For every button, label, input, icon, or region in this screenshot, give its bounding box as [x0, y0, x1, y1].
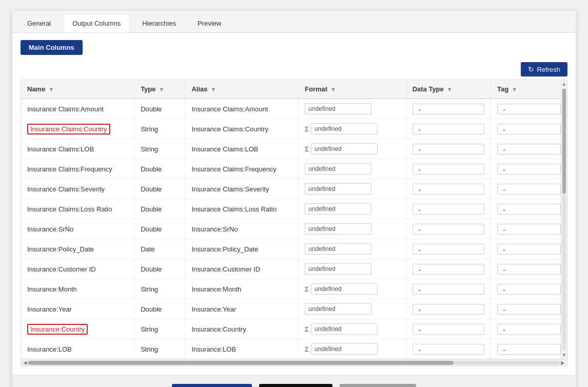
- datatype-select-12[interactable]: ⌄: [413, 344, 484, 355]
- tag-select-0[interactable]: ⌄: [497, 104, 561, 114]
- cell-alias-4: Insurance Claims:Severity: [185, 179, 299, 199]
- cell-name-7: Insurance:Policy_Date: [21, 239, 134, 259]
- datatype-select-11[interactable]: ⌄: [413, 324, 484, 335]
- datatype-select-1[interactable]: ⌄: [413, 124, 484, 134]
- cancel-button[interactable]: CANCEL: [340, 384, 416, 387]
- tag-select-10[interactable]: ⌄: [497, 304, 561, 315]
- format-input-10[interactable]: [305, 303, 371, 315]
- cell-format-6[interactable]: [299, 219, 406, 239]
- tab-preview[interactable]: Preview: [188, 14, 231, 32]
- scroll-down-arrow[interactable]: ▼: [561, 351, 567, 359]
- datatype-select-5[interactable]: ⌄: [413, 204, 484, 215]
- cell-format-0[interactable]: [299, 99, 406, 119]
- format-input-1[interactable]: [311, 123, 378, 134]
- cell-type-9: String: [134, 279, 185, 299]
- table-header: Name ▼ Type ▼: [21, 80, 567, 99]
- type-filter-icon[interactable]: ▼: [159, 86, 165, 92]
- main-columns-button[interactable]: Main Columns: [21, 40, 83, 55]
- format-input-5[interactable]: [305, 203, 371, 215]
- datatype-select-4[interactable]: ⌄: [413, 184, 484, 195]
- scroll-up-arrow[interactable]: ▲: [561, 80, 567, 88]
- table-row: Insurance Claims:AmountDoubleInsurance C…: [21, 99, 567, 119]
- datatype-select-3[interactable]: ⌄: [413, 164, 484, 175]
- format-input-9[interactable]: [311, 283, 378, 295]
- vertical-scrollbar[interactable]: ▲ ▼: [561, 80, 567, 359]
- cell-type-5: Double: [134, 199, 185, 219]
- tab-hierarchies[interactable]: Hierarchies: [132, 14, 186, 32]
- format-input-4[interactable]: [305, 183, 371, 195]
- tag-select-7[interactable]: ⌄: [497, 244, 561, 255]
- chevron-down-icon: ⌄: [417, 226, 422, 233]
- table-body: Insurance Claims:AmountDoubleInsurance C…: [21, 99, 567, 359]
- datatype-filter-icon[interactable]: ▼: [447, 86, 453, 92]
- tag-select-9[interactable]: ⌄: [497, 284, 561, 295]
- datatype-select-8[interactable]: ⌄: [413, 264, 484, 275]
- format-input-7[interactable]: [305, 243, 371, 255]
- refresh-label: Refresh: [537, 66, 560, 73]
- format-input-0[interactable]: [305, 103, 371, 114]
- cell-format-10[interactable]: [299, 299, 406, 319]
- cell-name-10: Insurance:Year: [21, 299, 134, 319]
- tag-select-8[interactable]: ⌄: [497, 264, 561, 275]
- tag-select-1[interactable]: ⌄: [497, 124, 561, 134]
- chevron-down-icon: ⌄: [417, 306, 422, 313]
- format-input-2[interactable]: [311, 143, 378, 154]
- format-input-6[interactable]: [305, 223, 371, 235]
- cell-datatype-7: ⌄: [406, 239, 491, 259]
- th-alias: Alias ▼: [185, 80, 299, 99]
- cell-type-8: Double: [134, 259, 185, 279]
- cell-name-5: Insurance Claims:Loss Ratio: [21, 199, 134, 219]
- format-filter-icon[interactable]: ▼: [330, 86, 336, 92]
- format-input-8[interactable]: [305, 263, 371, 275]
- alias-filter-icon[interactable]: ▼: [210, 86, 216, 92]
- scroll-right-arrow[interactable]: ▶: [560, 360, 566, 365]
- tab-general[interactable]: General: [17, 14, 61, 32]
- cell-type-7: Date: [134, 239, 185, 259]
- cell-format-12[interactable]: Σ: [299, 339, 406, 359]
- cell-name-4: Insurance Claims:Severity: [21, 179, 134, 199]
- format-input-3[interactable]: [305, 163, 371, 175]
- cell-type-4: Double: [134, 179, 185, 199]
- cell-alias-10: Insurance:Year: [185, 299, 299, 319]
- cell-format-9[interactable]: Σ: [299, 279, 406, 299]
- format-input-12[interactable]: [311, 343, 378, 355]
- datatype-select-7[interactable]: ⌄: [413, 244, 484, 255]
- tag-select-4[interactable]: ⌄: [497, 184, 561, 195]
- cell-name-12: Insurance:LOB: [21, 339, 134, 359]
- cell-format-5[interactable]: [299, 199, 406, 219]
- cell-format-8[interactable]: [299, 259, 406, 279]
- datatype-select-0[interactable]: ⌄: [413, 104, 484, 114]
- datatype-select-9[interactable]: ⌄: [413, 284, 484, 295]
- cell-format-2[interactable]: Σ: [299, 139, 406, 159]
- tag-select-12[interactable]: ⌄: [497, 344, 561, 355]
- cell-datatype-9: ⌄: [406, 279, 491, 299]
- toolbar: ↻ Refresh: [21, 62, 567, 76]
- cell-format-11[interactable]: Σ: [299, 319, 406, 339]
- preview-button[interactable]: PREVIEW: [172, 384, 252, 387]
- cell-name-0: Insurance Claims:Amount: [21, 99, 134, 119]
- cell-format-3[interactable]: [299, 159, 406, 179]
- datatype-select-6[interactable]: ⌄: [413, 224, 484, 235]
- chevron-down-icon: ⌄: [502, 106, 506, 112]
- datatype-select-2[interactable]: ⌄: [413, 144, 484, 154]
- tag-select-6[interactable]: ⌄: [497, 224, 561, 235]
- cell-tag-4: ⌄: [491, 179, 567, 199]
- refresh-button[interactable]: ↻ Refresh: [521, 62, 567, 76]
- submit-button[interactable]: SUBMIT: [259, 384, 333, 387]
- cell-format-4[interactable]: [299, 179, 406, 199]
- table-row: Insurance:SrNoDoubleInsurance:SrNo⌄⌄: [21, 219, 567, 239]
- tag-select-5[interactable]: ⌄: [497, 204, 561, 215]
- cell-format-7[interactable]: [299, 239, 406, 259]
- name-filter-icon[interactable]: ▼: [48, 86, 54, 92]
- tag-select-11[interactable]: ⌄: [497, 324, 561, 335]
- tag-select-2[interactable]: ⌄: [497, 144, 561, 154]
- scroll-left-arrow[interactable]: ◀: [22, 360, 28, 365]
- horizontal-scrollbar[interactable]: ◀ ▶: [21, 359, 567, 366]
- chevron-down-icon: ⌄: [417, 166, 422, 172]
- format-input-11[interactable]: [311, 323, 378, 335]
- tab-output-columns[interactable]: Output Columns: [63, 14, 130, 32]
- datatype-select-10[interactable]: ⌄: [413, 304, 484, 315]
- cell-format-1[interactable]: Σ: [299, 119, 406, 139]
- tag-filter-icon[interactable]: ▼: [512, 86, 517, 92]
- tag-select-3[interactable]: ⌄: [497, 164, 561, 175]
